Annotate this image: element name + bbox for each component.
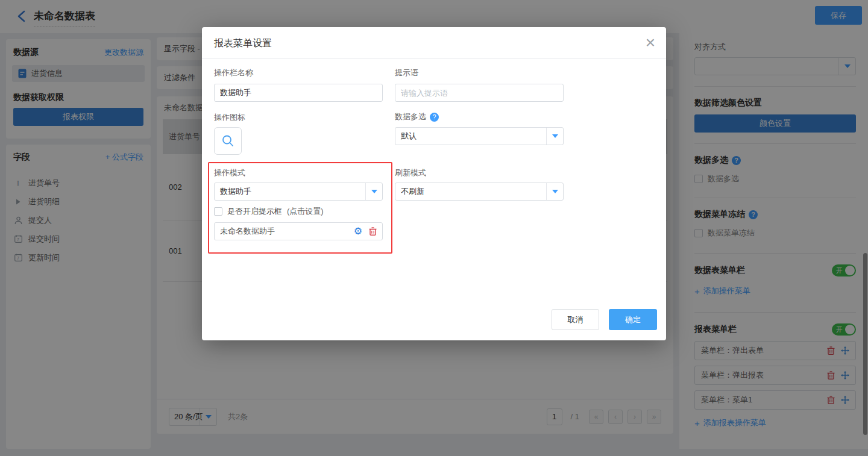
action-mode-label: 操作模式	[214, 167, 245, 178]
checkbox[interactable]	[214, 207, 222, 216]
action-mode-value: 数据助手	[220, 186, 251, 197]
trash-icon[interactable]	[369, 227, 377, 236]
search-icon	[221, 134, 235, 148]
tip-box-note[interactable]: (点击设置)	[287, 206, 324, 217]
dialog-header: 报表菜单设置 ×	[202, 27, 666, 59]
multi-select-dropdown[interactable]: 默认	[395, 127, 564, 145]
chevron-down-icon	[546, 183, 563, 200]
tip-box-checkbox-row[interactable]: 是否开启提示框 (点击设置)	[214, 206, 324, 217]
tip-label: 提示语	[395, 67, 418, 78]
action-icon-label: 操作图标	[214, 112, 245, 123]
cancel-button[interactable]: 取消	[552, 309, 599, 330]
dialog-title: 报表菜单设置	[214, 37, 272, 50]
chevron-down-icon	[546, 128, 563, 145]
multi-select-value: 默认	[401, 131, 417, 142]
report-menu-settings-dialog: 报表菜单设置 × 操作栏名称 提示语 操作图标 数据多选 ? 默认 操作模式 数…	[202, 27, 666, 340]
assistant-name: 未命名数据助手	[220, 226, 275, 237]
tip-input[interactable]	[395, 84, 564, 102]
close-icon[interactable]: ×	[646, 32, 655, 54]
action-icon-button[interactable]	[214, 127, 242, 155]
tip-box-checkbox-label: 是否开启提示框	[227, 206, 282, 217]
gear-icon[interactable]: ⚙	[354, 226, 362, 236]
chevron-down-icon	[365, 183, 382, 200]
assistant-item[interactable]: 未命名数据助手 ⚙	[214, 222, 383, 240]
confirm-button[interactable]: 确定	[609, 309, 657, 330]
refresh-mode-value: 不刷新	[401, 186, 424, 197]
multi-select-label: 数据多选	[395, 111, 426, 122]
action-bar-name-input[interactable]	[214, 84, 383, 102]
question-icon[interactable]: ?	[430, 113, 439, 122]
refresh-mode-label: 刷新模式	[395, 167, 426, 178]
refresh-mode-dropdown[interactable]: 不刷新	[395, 183, 564, 201]
action-mode-dropdown[interactable]: 数据助手	[214, 183, 383, 201]
action-bar-name-label: 操作栏名称	[214, 67, 253, 78]
